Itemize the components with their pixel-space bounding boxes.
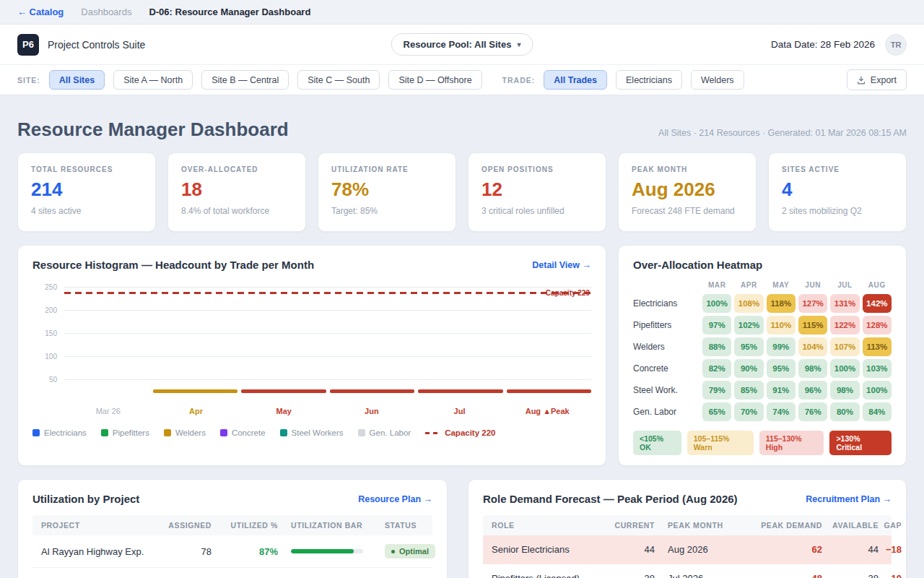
- app-title: Project Controls Suite: [48, 39, 145, 51]
- heatmap-row-label: Welders: [633, 342, 699, 352]
- site-chip-site-a[interactable]: Site A — North: [113, 70, 193, 90]
- capacity-dash-icon: [425, 432, 440, 434]
- heatmap-cell: 96%: [798, 381, 827, 400]
- heatmap-cell: 103%: [863, 359, 892, 378]
- heatmap-grid: MAR APR MAY JUN JUL AUG Electricians 100…: [633, 281, 892, 421]
- legend-label: Pipefitters: [113, 428, 149, 437]
- heatmap-cell: 107%: [830, 337, 859, 356]
- column-header: STATUS: [375, 521, 443, 530]
- heatmap-cell: 79%: [702, 381, 731, 400]
- trade-chip-welders[interactable]: Welders: [691, 70, 744, 90]
- heatmap-legend-chip: >130% Critical: [829, 431, 892, 455]
- assigned-value: 78: [165, 546, 212, 557]
- x-axis-labels: Mar 26 Apr May Jun Jul Aug ▲Peak: [64, 407, 591, 415]
- peak-month: Aug 2026: [655, 544, 740, 555]
- site-chip-site-d[interactable]: Site D — Offshore: [388, 70, 481, 90]
- kpi-value: 12: [481, 178, 593, 201]
- heatmap-cell: 100%: [830, 359, 859, 378]
- utilized-pct: 87%: [212, 546, 278, 557]
- site-chip-site-c[interactable]: Site C — South: [297, 70, 380, 90]
- legend-item: Pipefitters: [101, 428, 149, 437]
- column-header: PEAK DEMAND: [740, 521, 822, 530]
- heatmap-cell: 76%: [798, 402, 827, 421]
- breadcrumb-back-link[interactable]: ← Catalog: [17, 7, 64, 17]
- trade-filter-label: TRADE:: [502, 76, 536, 85]
- heatmap-legend-chip: 115–130% High: [759, 431, 824, 455]
- column-header: GAP: [879, 521, 902, 530]
- capacity-line-label: Capacity 220: [546, 289, 590, 297]
- heatmap-row: Steel Work. 79% 85% 91% 96% 98% 100%: [633, 381, 892, 400]
- project-name: Al Rayyan Highway Exp.: [41, 546, 165, 557]
- column-header: UTILIZED %: [212, 521, 278, 530]
- site-filter-label: SITE:: [17, 76, 40, 85]
- heatmap-cell: 142%: [863, 294, 892, 313]
- x-axis-label: Jun: [328, 407, 416, 415]
- legend-label: Gen. Labor: [370, 428, 411, 437]
- legend-label: Electricians: [44, 428, 87, 437]
- gap-value: −10: [879, 573, 902, 578]
- column-header: PROJECT: [41, 521, 165, 530]
- app-header: P6 Project Controls Suite Resource Pool:…: [0, 25, 924, 65]
- heatmap-cell: 100%: [863, 381, 892, 400]
- detail-view-link[interactable]: Detail View →: [532, 260, 591, 270]
- kpi-label: OVER-ALLOCATED: [181, 165, 292, 173]
- kpi-label: UTILIZATION RATE: [331, 165, 443, 173]
- table-row: Al Rayyan Highway Exp. 78 87% Optimal: [32, 535, 432, 568]
- resource-pool-selector[interactable]: Resource Pool: All Sites ▾: [391, 33, 533, 56]
- heatmap-cell: 74%: [767, 402, 796, 421]
- status-dot-icon: [391, 550, 395, 553]
- recruitment-plan-link[interactable]: Recruitment Plan →: [806, 494, 892, 504]
- heatmap-cell: 98%: [830, 381, 859, 400]
- y-axis-tick: 50: [32, 376, 57, 384]
- avatar[interactable]: TR: [885, 34, 907, 56]
- heatmap-cell: 110%: [767, 316, 796, 335]
- trade-chip-all-trades[interactable]: All Trades: [544, 70, 607, 90]
- heatmap-row-label: Gen. Labor: [633, 407, 699, 417]
- role-name: Pipefitters (Licensed): [492, 573, 611, 578]
- month-strip: [153, 389, 238, 393]
- peak-demand: 62: [740, 544, 822, 555]
- heatmap-cell: 127%: [798, 294, 827, 313]
- kpi-value: Aug 2026: [632, 178, 743, 201]
- kpi-row: TOTAL RESOURCES 214 4 sites active OVER-…: [17, 152, 907, 232]
- status-label: Optimal: [399, 547, 429, 556]
- kpi-label: PEAK MONTH: [632, 165, 743, 173]
- heatmap-cell: 108%: [734, 294, 763, 313]
- chevron-down-icon: ▾: [517, 40, 520, 48]
- gridline: [64, 379, 591, 380]
- legend-label: Steel Workers: [292, 428, 344, 437]
- column-header: ASSIGNED: [165, 521, 212, 530]
- site-chip-site-b[interactable]: Site B — Central: [201, 70, 289, 90]
- heatmap-cell: 115%: [798, 316, 827, 335]
- export-icon: [857, 76, 866, 85]
- legend-swatch: [220, 429, 227, 436]
- resource-pool-label: Resource Pool: All Sites: [404, 39, 512, 50]
- heatmap-row-label: Steel Work.: [633, 385, 699, 395]
- trade-chip-electricians[interactable]: Electricians: [616, 70, 682, 90]
- kpi-card-total-resources: TOTAL RESOURCES 214 4 sites active: [17, 152, 156, 232]
- breadcrumb-current: D-06: Resource Manager Dashboard: [149, 7, 310, 17]
- kpi-card-sites-active: SITES ACTIVE 4 2 sites mobilizing Q2: [768, 152, 907, 232]
- legend-swatch: [280, 429, 287, 436]
- kpi-label: SITES ACTIVE: [782, 165, 893, 173]
- heatmap-cell: 104%: [798, 337, 827, 356]
- resource-plan-link[interactable]: Resource Plan →: [358, 494, 432, 504]
- heatmap-cell: 82%: [702, 359, 731, 378]
- available-value: 38: [822, 573, 879, 578]
- heatmap-row: Concrete 82% 90% 95% 98% 100% 103%: [633, 359, 892, 378]
- export-button[interactable]: Export: [847, 69, 907, 90]
- capacity-line: [64, 292, 591, 294]
- breadcrumb-section[interactable]: Dashboards: [81, 7, 131, 17]
- page-meta: All Sites · 214 Resources · Generated: 0…: [658, 128, 907, 141]
- column-header: AVAILABLE: [822, 521, 879, 530]
- legend-item: Gen. Labor: [358, 428, 411, 437]
- column-header: ROLE: [492, 521, 611, 530]
- kpi-sub: 3 critical roles unfilled: [481, 206, 593, 216]
- kpi-sub: Forecast 248 FTE demand: [632, 206, 743, 216]
- x-axis-label: Apr: [152, 407, 240, 415]
- demand-title: Role Demand Forecast — Peak Period (Aug …: [483, 493, 738, 505]
- column-header: PEAK MONTH: [655, 521, 740, 530]
- site-chip-all-sites[interactable]: All Sites: [49, 70, 105, 90]
- x-axis-label: Aug ▲Peak: [503, 407, 591, 415]
- legend-swatch: [101, 429, 108, 436]
